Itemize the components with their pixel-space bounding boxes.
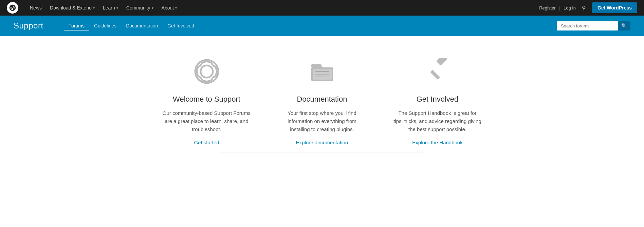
- support-title: Support: [14, 21, 43, 30]
- card-welcome-link[interactable]: Get started: [194, 140, 219, 145]
- main-content: Welcome to Support Our community-based S…: [0, 36, 644, 166]
- search-form: 🔍: [557, 21, 630, 30]
- support-nav-forums[interactable]: Forums: [64, 21, 89, 30]
- nav-item-download[interactable]: Download & Extend ▾: [47, 3, 98, 13]
- card-documentation: Documentation Your first stop where you'…: [278, 56, 366, 145]
- card-documentation-desc: Your first stop where you'll find inform…: [278, 109, 366, 133]
- learn-chevron-icon: ▾: [116, 6, 118, 10]
- nav-item-learn[interactable]: Learn ▾: [99, 3, 122, 13]
- get-wordpress-button[interactable]: Get WordPress: [592, 2, 637, 13]
- auth-links: Register | Log In: [539, 5, 576, 11]
- hammer-icon: [422, 56, 453, 87]
- svg-point-0: [195, 60, 218, 83]
- top-bar: News Download & Extend ▾ Learn ▾ Communi…: [0, 0, 644, 16]
- card-documentation-link[interactable]: Explore documentation: [296, 140, 348, 145]
- card-get-involved-title: Get Involved: [417, 95, 459, 104]
- card-welcome-desc: Our community-based Support Forums are a…: [163, 109, 251, 133]
- card-get-involved-desc: The Support Handbook is great for tips, …: [393, 109, 482, 133]
- card-welcome-title: Welcome to Support: [173, 95, 240, 104]
- nav-item-about[interactable]: About ▾: [158, 3, 181, 13]
- cards-container: Welcome to Support Our community-based S…: [135, 56, 509, 145]
- support-bar: Support Forums Guidelines Documentation …: [0, 16, 644, 36]
- section-divider: [220, 152, 424, 152]
- folder-icon: [307, 56, 337, 87]
- card-get-involved: Get Involved The Support Handbook is gre…: [393, 56, 482, 145]
- nav-item-news[interactable]: News: [26, 3, 45, 13]
- support-nav-guidelines[interactable]: Guidelines: [89, 21, 121, 30]
- svg-rect-17: [436, 58, 447, 66]
- support-nav-get-involved[interactable]: Get Involved: [163, 21, 199, 30]
- lifebuoy-icon: [191, 56, 222, 87]
- card-welcome: Welcome to Support Our community-based S…: [163, 56, 251, 145]
- main-nav: News Download & Extend ▾ Learn ▾ Communi…: [26, 3, 180, 13]
- download-chevron-icon: ▾: [93, 6, 95, 10]
- search-input[interactable]: [557, 21, 618, 30]
- about-chevron-icon: ▾: [175, 6, 177, 10]
- auth-separator: |: [559, 5, 560, 11]
- login-link[interactable]: Log In: [564, 5, 576, 11]
- top-bar-left: News Download & Extend ▾ Learn ▾ Communi…: [7, 2, 180, 14]
- community-chevron-icon: ▾: [152, 6, 153, 10]
- wordpress-logo[interactable]: [7, 2, 18, 14]
- register-link[interactable]: Register: [539, 5, 555, 11]
- support-nav-documentation[interactable]: Documentation: [121, 21, 163, 30]
- nav-item-community[interactable]: Community ▾: [123, 3, 157, 13]
- svg-rect-16: [430, 70, 440, 80]
- top-bar-right: Register | Log In ⚲ Get WordPress: [539, 2, 637, 13]
- support-nav: Forums Guidelines Documentation Get Invo…: [64, 21, 543, 30]
- card-get-involved-link[interactable]: Explore the Handbook: [412, 140, 462, 145]
- search-submit-button[interactable]: 🔍: [618, 21, 630, 30]
- card-documentation-title: Documentation: [297, 95, 347, 104]
- svg-point-1: [201, 65, 213, 78]
- divider-section: [7, 145, 637, 152]
- global-search-button[interactable]: ⚲: [580, 3, 588, 13]
- search-submit-icon: 🔍: [621, 23, 627, 28]
